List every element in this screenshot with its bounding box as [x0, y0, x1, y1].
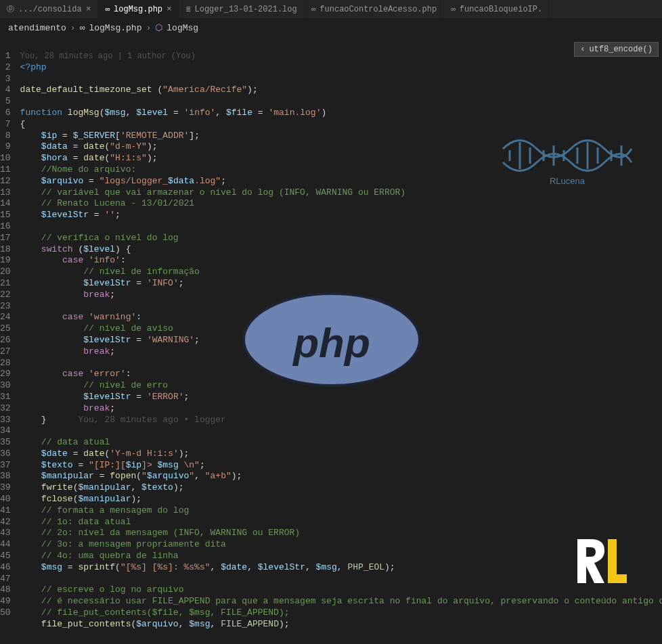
tab-funcao-bloqueio[interactable]: ∞ funcaoBloqueioIP.	[444, 0, 550, 18]
tab-label: logMsg.php	[114, 5, 162, 14]
tab-bar: ⓟ .../consolida × ∞ logMsg.php × ≣ Logge…	[0, 0, 662, 18]
gitlens-blame: You, 28 minutes ago | 1 author (You)	[20, 50, 662, 62]
tab-label: Logger_13-01-2021.log	[195, 5, 297, 14]
php-icon: ∞	[451, 5, 456, 14]
chevron-right-icon: ›	[146, 23, 151, 33]
tab-logger-log[interactable]: ≣ Logger_13-01-2021.log	[179, 0, 305, 18]
breadcrumb-symbol[interactable]: logMsg	[167, 23, 198, 33]
chevron-right-icon: ›	[70, 23, 76, 33]
php-icon: ∞	[80, 23, 85, 33]
breadcrumb: atendimento › ∞ logMsg.php › ⬡ logMsg	[0, 18, 662, 37]
code-area[interactable]: You, 28 minutes ago | 1 author (You)<?ph…	[20, 37, 662, 644]
tab-label: funcaoControleAcesso.php	[319, 5, 437, 14]
breadcrumb-file[interactable]: logMsg.php	[89, 23, 141, 33]
tab-funcao-controle[interactable]: ∞ funcaoControleAcesso.php	[305, 0, 444, 18]
tab-label: .../consolida	[18, 5, 82, 14]
php-icon: ⓟ	[7, 4, 14, 14]
line-gutter: 1 2 3 4 5 6 7 8 9 10 11 12 13 14 15 16 1…	[0, 37, 20, 644]
php-icon: ∞	[105, 5, 110, 14]
log-icon: ≣	[186, 5, 191, 14]
tab-label: funcaoBloqueioIP.	[460, 5, 542, 14]
symbol-icon: ⬡	[155, 22, 162, 33]
breadcrumb-folder[interactable]: atendimento	[8, 23, 66, 33]
tab-consolida[interactable]: ⓟ .../consolida ×	[0, 0, 98, 18]
close-icon[interactable]: ×	[86, 4, 91, 14]
close-icon[interactable]: ×	[167, 4, 172, 14]
editor: 1 2 3 4 5 6 7 8 9 10 11 12 13 14 15 16 1…	[0, 37, 662, 644]
tab-logmsg[interactable]: ∞ logMsg.php ×	[98, 0, 179, 18]
php-icon: ∞	[311, 5, 316, 14]
